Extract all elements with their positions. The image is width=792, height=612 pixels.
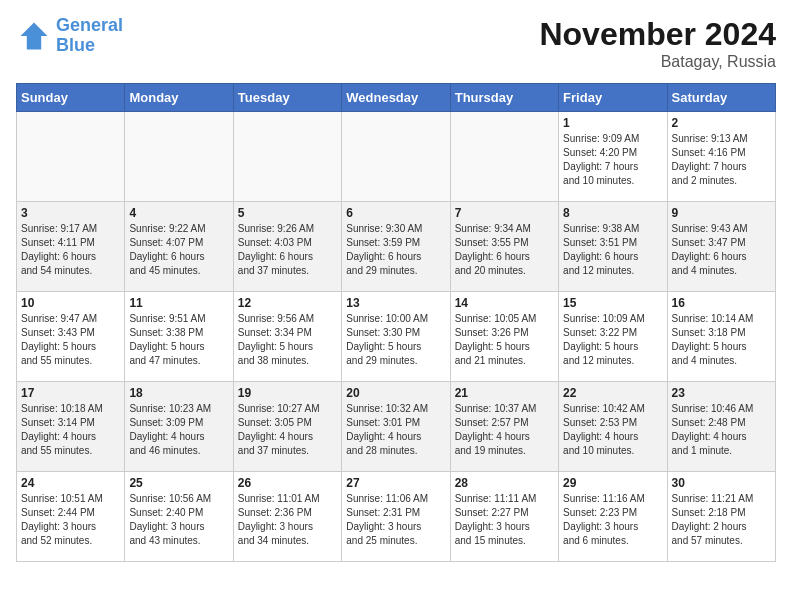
day-number: 4 [129,206,228,220]
day-number: 26 [238,476,337,490]
day-info: Sunrise: 10:23 AM Sunset: 3:09 PM Daylig… [129,402,228,458]
logo-text: General Blue [56,16,123,56]
day-info: Sunrise: 10:05 AM Sunset: 3:26 PM Daylig… [455,312,554,368]
day-info: Sunrise: 9:09 AM Sunset: 4:20 PM Dayligh… [563,132,662,188]
calendar-cell: 15Sunrise: 10:09 AM Sunset: 3:22 PM Dayl… [559,292,667,382]
title-block: November 2024 Batagay, Russia [539,16,776,71]
day-info: Sunrise: 10:27 AM Sunset: 3:05 PM Daylig… [238,402,337,458]
day-number: 8 [563,206,662,220]
header-day-tuesday: Tuesday [233,84,341,112]
day-info: Sunrise: 9:56 AM Sunset: 3:34 PM Dayligh… [238,312,337,368]
calendar-cell: 2Sunrise: 9:13 AM Sunset: 4:16 PM Daylig… [667,112,775,202]
day-info: Sunrise: 10:46 AM Sunset: 2:48 PM Daylig… [672,402,771,458]
day-info: Sunrise: 10:18 AM Sunset: 3:14 PM Daylig… [21,402,120,458]
week-row-2: 10Sunrise: 9:47 AM Sunset: 3:43 PM Dayli… [17,292,776,382]
header-day-friday: Friday [559,84,667,112]
day-info: Sunrise: 10:00 AM Sunset: 3:30 PM Daylig… [346,312,445,368]
day-number: 10 [21,296,120,310]
calendar-cell: 21Sunrise: 10:37 AM Sunset: 2:57 PM Dayl… [450,382,558,472]
calendar-cell [17,112,125,202]
day-info: Sunrise: 9:47 AM Sunset: 3:43 PM Dayligh… [21,312,120,368]
day-number: 5 [238,206,337,220]
day-number: 7 [455,206,554,220]
calendar-cell: 18Sunrise: 10:23 AM Sunset: 3:09 PM Dayl… [125,382,233,472]
day-number: 24 [21,476,120,490]
day-info: Sunrise: 9:26 AM Sunset: 4:03 PM Dayligh… [238,222,337,278]
day-info: Sunrise: 9:38 AM Sunset: 3:51 PM Dayligh… [563,222,662,278]
calendar-cell: 30Sunrise: 11:21 AM Sunset: 2:18 PM Dayl… [667,472,775,562]
week-row-0: 1Sunrise: 9:09 AM Sunset: 4:20 PM Daylig… [17,112,776,202]
week-row-3: 17Sunrise: 10:18 AM Sunset: 3:14 PM Dayl… [17,382,776,472]
day-info: Sunrise: 11:16 AM Sunset: 2:23 PM Daylig… [563,492,662,548]
calendar-cell: 14Sunrise: 10:05 AM Sunset: 3:26 PM Dayl… [450,292,558,382]
calendar-cell: 26Sunrise: 11:01 AM Sunset: 2:36 PM Dayl… [233,472,341,562]
day-number: 2 [672,116,771,130]
day-number: 9 [672,206,771,220]
header-day-sunday: Sunday [17,84,125,112]
calendar-cell: 1Sunrise: 9:09 AM Sunset: 4:20 PM Daylig… [559,112,667,202]
day-number: 14 [455,296,554,310]
calendar-cell: 29Sunrise: 11:16 AM Sunset: 2:23 PM Dayl… [559,472,667,562]
day-number: 20 [346,386,445,400]
day-number: 13 [346,296,445,310]
calendar-cell [125,112,233,202]
calendar-cell: 25Sunrise: 10:56 AM Sunset: 2:40 PM Dayl… [125,472,233,562]
calendar-cell: 16Sunrise: 10:14 AM Sunset: 3:18 PM Dayl… [667,292,775,382]
calendar-cell: 23Sunrise: 10:46 AM Sunset: 2:48 PM Dayl… [667,382,775,472]
day-info: Sunrise: 9:30 AM Sunset: 3:59 PM Dayligh… [346,222,445,278]
calendar-cell: 24Sunrise: 10:51 AM Sunset: 2:44 PM Dayl… [17,472,125,562]
logo-line2: Blue [56,35,95,55]
header-day-saturday: Saturday [667,84,775,112]
day-info: Sunrise: 9:51 AM Sunset: 3:38 PM Dayligh… [129,312,228,368]
day-info: Sunrise: 9:22 AM Sunset: 4:07 PM Dayligh… [129,222,228,278]
page-title: November 2024 [539,16,776,53]
calendar-cell: 11Sunrise: 9:51 AM Sunset: 3:38 PM Dayli… [125,292,233,382]
day-info: Sunrise: 9:43 AM Sunset: 3:47 PM Dayligh… [672,222,771,278]
day-info: Sunrise: 10:56 AM Sunset: 2:40 PM Daylig… [129,492,228,548]
calendar-cell [450,112,558,202]
day-info: Sunrise: 10:37 AM Sunset: 2:57 PM Daylig… [455,402,554,458]
calendar-cell: 10Sunrise: 9:47 AM Sunset: 3:43 PM Dayli… [17,292,125,382]
day-number: 19 [238,386,337,400]
calendar-header: SundayMondayTuesdayWednesdayThursdayFrid… [17,84,776,112]
calendar-cell: 7Sunrise: 9:34 AM Sunset: 3:55 PM Daylig… [450,202,558,292]
calendar-cell: 4Sunrise: 9:22 AM Sunset: 4:07 PM Daylig… [125,202,233,292]
day-info: Sunrise: 10:51 AM Sunset: 2:44 PM Daylig… [21,492,120,548]
day-number: 18 [129,386,228,400]
logo-icon [16,18,52,54]
day-number: 6 [346,206,445,220]
calendar-cell [233,112,341,202]
calendar-cell: 28Sunrise: 11:11 AM Sunset: 2:27 PM Dayl… [450,472,558,562]
day-number: 23 [672,386,771,400]
day-info: Sunrise: 10:42 AM Sunset: 2:53 PM Daylig… [563,402,662,458]
day-number: 29 [563,476,662,490]
day-info: Sunrise: 9:34 AM Sunset: 3:55 PM Dayligh… [455,222,554,278]
page-subtitle: Batagay, Russia [539,53,776,71]
day-info: Sunrise: 10:14 AM Sunset: 3:18 PM Daylig… [672,312,771,368]
day-number: 3 [21,206,120,220]
day-number: 11 [129,296,228,310]
day-info: Sunrise: 9:13 AM Sunset: 4:16 PM Dayligh… [672,132,771,188]
day-info: Sunrise: 11:06 AM Sunset: 2:31 PM Daylig… [346,492,445,548]
header-day-wednesday: Wednesday [342,84,450,112]
day-number: 28 [455,476,554,490]
day-number: 16 [672,296,771,310]
calendar-cell: 6Sunrise: 9:30 AM Sunset: 3:59 PM Daylig… [342,202,450,292]
header-day-monday: Monday [125,84,233,112]
calendar-cell: 12Sunrise: 9:56 AM Sunset: 3:34 PM Dayli… [233,292,341,382]
logo-line1: General [56,15,123,35]
day-number: 17 [21,386,120,400]
calendar-cell: 20Sunrise: 10:32 AM Sunset: 3:01 PM Dayl… [342,382,450,472]
day-number: 21 [455,386,554,400]
calendar-cell: 22Sunrise: 10:42 AM Sunset: 2:53 PM Dayl… [559,382,667,472]
day-number: 22 [563,386,662,400]
calendar-table: SundayMondayTuesdayWednesdayThursdayFrid… [16,83,776,562]
svg-marker-0 [21,22,48,49]
calendar-cell: 13Sunrise: 10:00 AM Sunset: 3:30 PM Dayl… [342,292,450,382]
day-info: Sunrise: 10:32 AM Sunset: 3:01 PM Daylig… [346,402,445,458]
logo: General Blue [16,16,123,56]
day-info: Sunrise: 10:09 AM Sunset: 3:22 PM Daylig… [563,312,662,368]
day-info: Sunrise: 11:01 AM Sunset: 2:36 PM Daylig… [238,492,337,548]
day-number: 1 [563,116,662,130]
calendar-cell: 9Sunrise: 9:43 AM Sunset: 3:47 PM Daylig… [667,202,775,292]
